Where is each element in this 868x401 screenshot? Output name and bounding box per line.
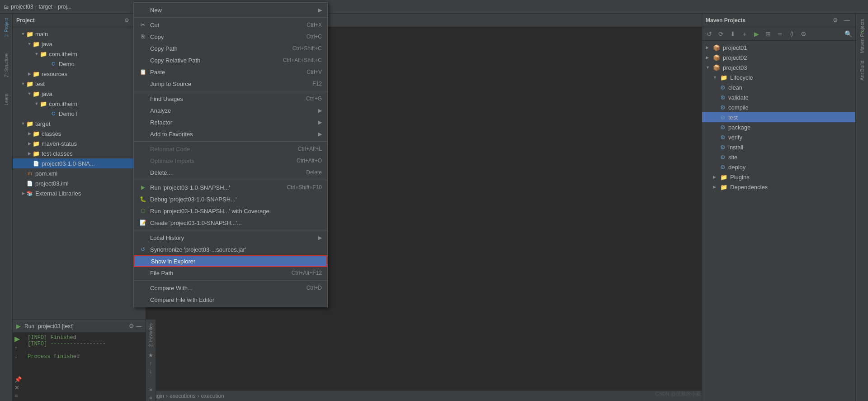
clear-btn[interactable]: ✕ (14, 384, 22, 391)
run-project-label[interactable]: project03 [test] (38, 323, 74, 329)
ctx-analyze[interactable]: Analyze ▶ (134, 105, 327, 116)
maven-item-plugins[interactable]: ▶ 📁 Plugins (702, 172, 855, 182)
down-btn[interactable]: ↓ (150, 368, 152, 375)
maven-hide-btn[interactable]: — (842, 15, 852, 25)
ant-build-tab[interactable]: Ant Build (859, 57, 865, 84)
ctx-find-usages[interactable]: Find Usages Ctrl+G (134, 93, 327, 105)
settings-run-btn[interactable]: ≡ (14, 392, 22, 399)
ctx-paste[interactable]: 📋 Paste Ctrl+V (134, 66, 327, 78)
up-btn[interactable]: ↑ (150, 360, 152, 367)
maven-settings-btn[interactable]: ⚙ (830, 15, 840, 25)
tree-item-pomxml[interactable]: ▶ m pom.xml (13, 168, 146, 178)
ctx-run-coverage[interactable]: ⬡ Run 'project03-1.0-SNAPSH...' with Cov… (134, 205, 327, 217)
maven-download-btn[interactable]: ⬇ (727, 29, 738, 39)
scroll-down-btn[interactable]: ↓ (14, 353, 22, 359)
tree-item-maven-status[interactable]: ▶ 📁 maven-status (13, 138, 146, 148)
tree-item-com2[interactable]: ▼ 📁 com.itheim (13, 99, 146, 109)
maven-item-p03[interactable]: ▼ 📦 project03 (702, 62, 855, 72)
run-close-btn[interactable]: — (136, 323, 142, 329)
tree-item-classes[interactable]: ▶ 📁 classes (13, 129, 146, 138)
ctx-jump[interactable]: Jump to Source F12 (134, 78, 327, 90)
maven-item-deps[interactable]: ▶ 📁 Dependencies (702, 182, 855, 192)
maven-item-package[interactable]: ⚙ package (702, 122, 855, 132)
ctx-compare[interactable]: Compare With... Ctrl+D (134, 282, 327, 294)
tree-item-test[interactable]: ▼ 📁 test (13, 79, 146, 89)
run-label[interactable]: Run (24, 323, 34, 329)
maven-add-btn[interactable]: + (739, 29, 750, 39)
tree-item-project03jar[interactable]: ▶ 📄 project03-1.0-SNA... (13, 158, 146, 168)
maven-item-clean[interactable]: ⚙ clean (702, 82, 855, 92)
run-btn[interactable]: ▶ (14, 334, 22, 343)
ctx-run-label: Run 'project03-1.0-SNAPSH...' (150, 184, 230, 191)
maven-item-compile[interactable]: ⚙ compile (702, 102, 855, 112)
tree-item-test-classes[interactable]: ▶ 📁 test-classes (13, 148, 146, 158)
ctx-delete[interactable]: Delete... Delete (134, 167, 327, 178)
favorites-label[interactable]: 2: Favorites (148, 321, 153, 348)
ctx-reformat[interactable]: Reformat Code Ctrl+Alt+L (134, 143, 327, 155)
tree-item-demo[interactable]: ▶ C Demo (13, 59, 146, 69)
ctx-create[interactable]: 📝 Create 'project03-1.0-SNAPSH...'... (134, 217, 327, 229)
editor-bc-execution: execution (201, 393, 224, 399)
ctx-show-explorer[interactable]: Show in Explorer (134, 255, 327, 267)
maven-run-btn[interactable]: ▶ (751, 29, 762, 39)
ctx-optimize[interactable]: Optimize Imports Ctrl+Alt+O (134, 155, 327, 167)
sidebar-tab-structure[interactable]: Z: Structure (1, 51, 12, 80)
maven-item-lifecycle[interactable]: ▼ 📁 Lifecycle (702, 72, 855, 82)
scroll-up-btn[interactable]: ↑ (14, 344, 22, 351)
maven-refresh-btn[interactable]: ↺ (704, 29, 715, 39)
tree-item-demot[interactable]: ▶ C DemoT (13, 109, 146, 119)
bottom-panel: ▶ Run project03 [test] ⚙ — ▶ ↑ ↓ 📌 ✕ ≡ (13, 320, 146, 401)
tree-item-com1[interactable]: ▼ 📁 com.itheim (13, 49, 146, 59)
maven-deps-btn[interactable]: ⊞ (763, 29, 774, 39)
maven-item-install[interactable]: ⚙ install (702, 142, 855, 152)
tree-item-target[interactable]: ▼ 📁 target (13, 119, 146, 129)
maven-phase-btn[interactable]: ≣ (774, 29, 785, 39)
ctx-history-label: Local History (150, 234, 184, 241)
maven-item-validate[interactable]: ⚙ validate (702, 92, 855, 102)
breadcrumb-target[interactable]: target (38, 4, 52, 10)
maven-item-site[interactable]: ⚙ site (702, 152, 855, 162)
ctx-file-path[interactable]: File Path Ctrl+Alt+F12 (134, 267, 327, 279)
maven-item-verify[interactable]: ⚙ verify (702, 132, 855, 142)
tree-label-demo: Demo (59, 61, 75, 67)
maven-item-test[interactable]: ⚙ test (702, 112, 855, 122)
ctx-synchronize[interactable]: ↺ Synchronize 'project03-...sources.jar' (134, 243, 327, 255)
maven-skip-btn[interactable]: ⟨! (786, 29, 797, 39)
tree-item-java1[interactable]: ▼ 📁 java (13, 39, 146, 49)
ctx-debug[interactable]: 🐛 Debug 'project03-1.0-SNAPSH...' (134, 193, 327, 205)
ctx-copy-path[interactable]: Copy Path Ctrl+Shift+C (134, 43, 327, 54)
maven-search-btn[interactable]: 🔍 (843, 29, 854, 39)
ctx-add-favorites[interactable]: Add to Favorites ▶ (134, 128, 327, 140)
maven-item-deploy[interactable]: ⚙ deploy (702, 162, 855, 172)
sidebar-tab-learn[interactable]: Learn (1, 91, 12, 108)
expand-btn[interactable]: » (149, 387, 152, 393)
breadcrumb-proj[interactable]: proj... (58, 4, 71, 10)
tree-label-jar: project03-1.0-SNA... (42, 160, 95, 167)
maven-lifecycle-icon: 📁 (720, 74, 727, 81)
ctx-copy[interactable]: ⎘ Copy Ctrl+C (134, 31, 327, 43)
tree-item-main[interactable]: ▼ 📁 main (13, 29, 146, 39)
breadcrumb-project[interactable]: project03 (11, 4, 33, 10)
ctx-cut[interactable]: ✂ Cut Ctrl+X (134, 19, 327, 31)
add-favorites-btn[interactable]: ★ (148, 352, 153, 358)
ctx-refactor[interactable]: Refactor ▶ (134, 116, 327, 128)
maven-reimport-btn[interactable]: ⟳ (716, 29, 726, 39)
ctx-local-history[interactable]: Local History ▶ (134, 232, 327, 243)
ctx-new[interactable]: New ▶ (134, 4, 327, 16)
maven-settings2-btn[interactable]: ⚙ (798, 29, 809, 39)
maven-item-p01[interactable]: ▶ 📦 project01 (702, 43, 855, 53)
stop-scroll-btn[interactable]: 📌 (14, 376, 22, 383)
tree-item-iml[interactable]: ▶ 📄 project03.iml (13, 178, 146, 188)
tree-item-extlibs[interactable]: ▶ 📚 External Libraries (13, 188, 146, 198)
maven-item-p02[interactable]: ▶ 📦 project02 (702, 53, 855, 62)
run-settings-btn[interactable]: ⚙ (129, 323, 134, 329)
panel-settings-btn[interactable]: ⚙ (122, 16, 131, 25)
tree-item-resources[interactable]: ▶ 📁 resources (13, 69, 146, 79)
sidebar-tab-project[interactable]: 1: Project (1, 15, 12, 40)
ctx-copy-relative[interactable]: Copy Relative Path Ctrl+Alt+Shift+C (134, 54, 327, 66)
maven-projects-tab[interactable]: Maven Projects (859, 15, 865, 57)
collapse-btn[interactable]: « (149, 395, 152, 401)
tree-item-java2[interactable]: ▼ 📁 java (13, 89, 146, 99)
ctx-run[interactable]: ▶ Run 'project03-1.0-SNAPSH...' Ctrl+Shi… (134, 181, 327, 193)
ctx-compare-editor[interactable]: Compare File with Editor (134, 294, 327, 306)
